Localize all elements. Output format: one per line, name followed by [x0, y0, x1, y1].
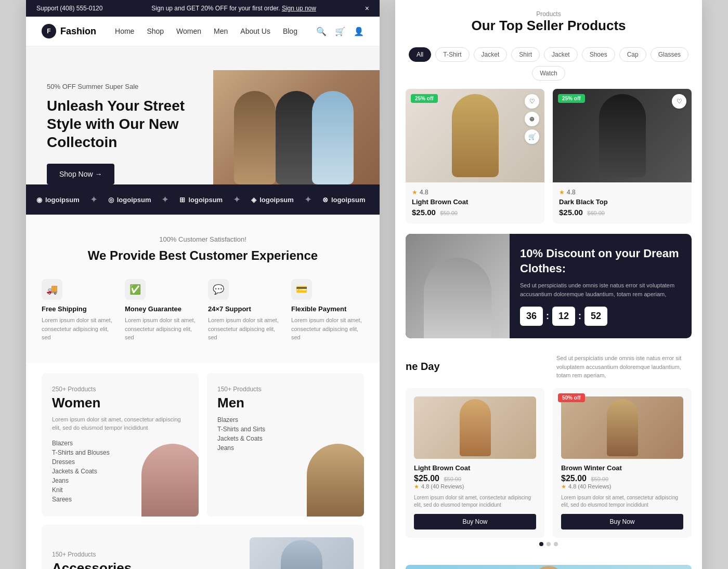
logo-name: Fashion [60, 26, 96, 37]
wishlist-button-2[interactable]: ♡ [672, 94, 686, 109]
signup-link[interactable]: Sign up now [282, 5, 316, 12]
bottom-banner [406, 565, 692, 569]
men-link-jackets[interactable]: Jackets & Coats [217, 434, 354, 443]
deal-price-container-2: $25.00 $50.00 [561, 474, 683, 483]
hero-title: Unleash Your Street Style with Our New C… [47, 97, 213, 151]
women-count: 250+ Prodducts [52, 386, 188, 393]
women-desc: Lorem ipsum dolor sit amet, consectetur … [52, 415, 188, 432]
brand-3: ⊞ logoipsum [179, 196, 223, 204]
deal-desc-text-1: Lorem ipsum dolor sit amet, consectetur … [414, 494, 536, 509]
nav-about[interactable]: About Us [240, 27, 270, 35]
deal-price-1: $25.00 [414, 474, 439, 483]
feature-title-3: 24×7 Support [208, 305, 281, 313]
feature-desc-4: Lorem ipsum dolor sit amet, consectetur … [291, 316, 364, 342]
men-link-tshirts[interactable]: T-Shirts and Sirts [217, 425, 354, 434]
tab-tshirt[interactable]: T-Shirt [435, 47, 469, 62]
dot-2[interactable] [547, 542, 551, 546]
product-rating-value-2: 4.8 [567, 189, 576, 196]
deal-title: ne Day [406, 361, 440, 373]
cs-title: We Provide Best Customer Experience [42, 247, 364, 263]
dot-1[interactable] [539, 542, 543, 546]
feature-title-2: Money Guarantee [125, 305, 198, 313]
tab-shoes[interactable]: Shoes [582, 47, 615, 62]
product-info-1: ★ 4.8 Light Brown Coat $25.00 $50.00 [406, 182, 544, 223]
brands-bar: ◉ logoipsum ✦ ◎ logoipsum ✦ ⊞ logoipsum … [26, 184, 380, 215]
nav-women[interactable]: Women [176, 27, 201, 35]
women-title: Women [52, 395, 188, 411]
brand-1: ◉ logoipsum [36, 196, 80, 204]
tab-all[interactable]: All [409, 47, 431, 62]
left-panel: Support (408) 555-0120 Sign up and GET 2… [26, 0, 380, 569]
product-info-2: ★ 4.8 Dark Black Top $25.00 $60.00 [553, 182, 692, 223]
buy-button-1[interactable]: Buy Now [414, 514, 536, 530]
product-rating-value-1: 4.8 [420, 189, 428, 196]
buy-button-2[interactable]: Buy Now [561, 514, 683, 530]
cart-icon[interactable]: 🛒 [335, 27, 345, 36]
top-bar: Support (408) 555-0120 Sign up and GET 2… [26, 0, 380, 17]
tab-glasses[interactable]: Glasses [651, 47, 688, 62]
nav-blog[interactable]: Blog [283, 27, 297, 35]
countdown-sep-1: : [546, 311, 549, 322]
deal-figure-1 [460, 399, 491, 456]
figure-1 [234, 91, 276, 184]
cart-button-1[interactable]: 🛒 [525, 129, 539, 144]
deal-figure-2 [607, 399, 638, 456]
deal-rating-1: ★ 4.8 (40 Reviews) [414, 483, 536, 490]
nav-links: Home Shop Women Men About Us Blog [115, 27, 297, 36]
men-link-blazers[interactable]: Blazers [217, 415, 354, 425]
women-category-card: 250+ Prodducts Women Lorem ipsum dolor s… [42, 373, 199, 517]
product-image-1 [406, 89, 544, 182]
tab-watch[interactable]: Watch [532, 66, 565, 81]
discount-banner-desc: Sed ut perspiciatis unde omnis iste natu… [520, 281, 681, 298]
dot-3[interactable] [554, 542, 558, 546]
discount-badge-1: 25% off [411, 94, 438, 103]
feature-desc-2: Lorem ipsum dolor sit amet, consectetur … [125, 316, 198, 342]
deal-title-container: ne Day [406, 361, 440, 373]
hero-images [213, 70, 380, 184]
deal-products: Light Brown Coat $25.00 $50.00 ★ 4.8 (40… [406, 388, 692, 538]
countdown-hours: 36 [520, 307, 543, 326]
cs-subtitle: 100% Customer Satisfaction! [42, 235, 364, 243]
tab-shirt[interactable]: Shirt [511, 47, 540, 62]
deal-badge-2: 50% off [558, 393, 585, 402]
right-panel: Products Our Top Seller Products All T-S… [395, 0, 702, 569]
product-card-2: 25% off ♡ ★ 4.8 Dark Black Top $25.00 $6… [553, 89, 692, 223]
countdown-minutes: 12 [552, 307, 575, 326]
product-price-1: $25.00 [412, 208, 436, 217]
deal-price-container-1: $25.00 $50.00 [414, 474, 536, 483]
deal-card-2: 50% off Brown Winter Coat $25.00 $50.00 … [553, 388, 692, 538]
tab-jacket-2[interactable]: Jacket [544, 47, 578, 62]
accessories-category-card: 150+ Prodducts Accessories [42, 525, 364, 569]
deal-price-old-2: $50.00 [591, 476, 608, 482]
nav-home[interactable]: Home [115, 27, 134, 35]
deal-card-1: Light Brown Coat $25.00 $50.00 ★ 4.8 (40… [406, 388, 544, 538]
support-text: Support (408) 555-0120 [36, 5, 102, 12]
deal-desc-text-2: Lorem ipsum dolor sit amet, consectetur … [561, 494, 683, 509]
nav-icons: 🔍 🛒 👤 [316, 27, 364, 36]
close-icon[interactable]: × [365, 4, 369, 12]
rp-header: Products Our Top Seller Products [395, 0, 702, 47]
tab-jacket-1[interactable]: Jacket [474, 47, 508, 62]
shipping-icon: 🚚 [42, 279, 62, 300]
zoom-button-1[interactable]: ⊕ [525, 112, 539, 126]
wishlist-button-1[interactable]: ♡ [525, 94, 539, 109]
accessories-title: Accessories [52, 560, 132, 569]
tab-cap[interactable]: Cap [619, 47, 646, 62]
brand-logo-icon-2: ◎ [108, 196, 114, 204]
deal-image-2 [561, 396, 683, 459]
brand-4: ◈ logoipsum [251, 196, 294, 204]
nav-men[interactable]: Men [214, 27, 228, 35]
hero-subtitle: 50% OFF Summer Super Sale [47, 83, 213, 90]
feature-desc-1: Lorem ipsum dolor sit amet, consectetur … [42, 316, 114, 342]
product-rating-1: ★ 4.8 [412, 189, 538, 196]
accessories-image [250, 537, 354, 569]
user-icon[interactable]: 👤 [354, 27, 364, 36]
brand-logo-icon-3: ⊞ [179, 196, 185, 204]
features-grid: 🚚 Free Shipping Lorem ipsum dolor sit am… [42, 279, 364, 342]
rp-pretitle: Products [411, 10, 686, 18]
nav-shop[interactable]: Shop [147, 27, 164, 35]
search-icon[interactable]: 🔍 [316, 27, 327, 36]
deal-name-1: Light Brown Coat [414, 464, 536, 472]
products-grid: 25% off ♡ ⊕ 🛒 ★ 4.8 Light Brown Coat $25… [395, 89, 702, 234]
shop-now-button[interactable]: Shop Now → [47, 164, 114, 184]
